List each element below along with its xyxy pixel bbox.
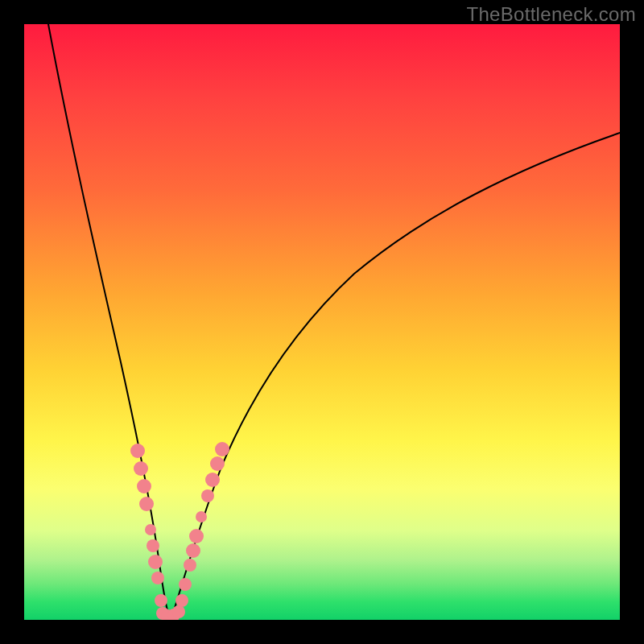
bead (172, 605, 185, 618)
bead (134, 461, 148, 476)
bead (186, 543, 200, 558)
chart-frame: TheBottleneck.com (0, 0, 644, 644)
bead (196, 511, 207, 522)
bead (130, 444, 145, 458)
bead (175, 594, 188, 607)
chart-plot-area (24, 24, 620, 620)
bead (215, 442, 229, 456)
bead (205, 473, 220, 487)
bead (184, 559, 196, 572)
bead (189, 529, 204, 543)
bead (210, 456, 225, 471)
bead (201, 489, 214, 502)
bead (137, 479, 151, 493)
bead (179, 578, 192, 591)
bead (145, 524, 156, 535)
curve-right-branch (172, 133, 620, 616)
bottleneck-curve (24, 24, 620, 620)
bead (148, 555, 163, 569)
bead (139, 497, 154, 511)
bead (151, 572, 164, 584)
watermark-text: TheBottleneck.com (466, 3, 636, 26)
bead (147, 539, 159, 552)
bead (155, 594, 167, 607)
